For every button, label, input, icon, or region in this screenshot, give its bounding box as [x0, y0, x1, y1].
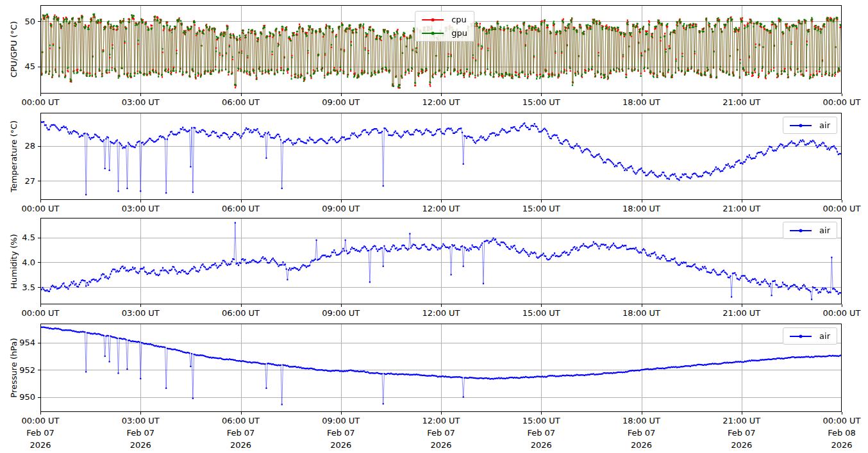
x-tick-time: 03:00 UT — [108, 307, 172, 319]
x-tick-year: 2026 — [509, 439, 573, 451]
x-tick-date: Feb 07 — [610, 427, 674, 439]
y-tick-label: 4.0 — [2, 258, 35, 267]
x-tick-year: 2026 — [810, 439, 868, 451]
y-tick-mark — [38, 21, 40, 22]
legend-label: gpu — [451, 28, 467, 38]
x-tick-time: 21:00 UT — [710, 202, 774, 215]
x-tick-label: 09:00 UT — [309, 307, 373, 319]
y-tick-label: 954 — [2, 338, 35, 347]
x-tick-time: 06:00 UT — [209, 202, 273, 215]
x-tick-time: 21:00 UT — [710, 96, 774, 108]
x-tick-date: Feb 08 — [810, 427, 868, 439]
legend-label: air — [819, 226, 830, 235]
x-tick-time: 21:00 UT — [710, 307, 774, 319]
x-tick-label: 21:00 UTFeb 072026 — [710, 415, 774, 451]
legend-pressure: air — [783, 327, 837, 345]
x-tick-time: 00:00 UT — [810, 307, 868, 319]
x-tick-label: 06:00 UT — [209, 307, 273, 319]
x-tick-label: 03:00 UT — [108, 202, 172, 215]
x-tick-time: 12:00 UT — [409, 415, 473, 427]
x-tick-time: 00:00 UT — [810, 96, 868, 108]
x-tick-year: 2026 — [309, 439, 373, 451]
x-tick-time: 18:00 UT — [610, 415, 674, 427]
x-tick-label: 21:00 UT — [710, 202, 774, 215]
y-tick-mark — [38, 238, 40, 238]
x-tick-time: 09:00 UT — [309, 96, 373, 108]
x-tick-label: 00:00 UTFeb 082026 — [810, 415, 868, 451]
x-tick-time: 18:00 UT — [610, 307, 674, 319]
x-tick-label: 09:00 UT — [309, 96, 373, 108]
x-tick-time: 00:00 UT — [8, 202, 72, 215]
x-tick-date: Feb 07 — [8, 427, 72, 439]
y-tick-label: 28 — [2, 142, 35, 150]
x-tick-label: 09:00 UTFeb 072026 — [309, 415, 373, 451]
x-tick-label: 15:00 UT — [509, 96, 573, 108]
legend-entry-air: air — [790, 226, 830, 235]
y-tick-label: 50 — [2, 17, 35, 26]
x-tick-time: 00:00 UT — [8, 307, 72, 319]
x-tick-time: 21:00 UT — [710, 415, 774, 427]
x-tick-date: Feb 07 — [710, 427, 774, 439]
y-tick-mark — [38, 397, 40, 398]
y-tick-label: 4.5 — [2, 233, 35, 242]
x-tick-label: 06:00 UTFeb 072026 — [209, 415, 273, 451]
y-tick-label: 45 — [2, 62, 35, 70]
x-tick-label: 15:00 UTFeb 072026 — [509, 415, 573, 451]
legend-line-icon — [790, 336, 812, 337]
y-tick-mark — [38, 370, 40, 370]
legend-label: air — [819, 331, 830, 341]
x-tick-year: 2026 — [710, 439, 774, 451]
x-tick-label: 12:00 UT — [409, 202, 473, 215]
legend-marker-dot-icon — [799, 124, 803, 127]
legend-entry-air: air — [790, 331, 830, 341]
x-tick-time: 09:00 UT — [309, 415, 373, 427]
y-tick-label: 3.5 — [2, 283, 35, 292]
x-tick-label: 00:00 UT — [810, 202, 868, 215]
x-tick-label: 00:00 UT — [8, 96, 72, 108]
subplot-cpu-gpu: CPU/GPU (°C) cpugpu 00:00 UT03:00 UT06:0… — [40, 5, 842, 94]
x-tick-year: 2026 — [8, 439, 72, 451]
legend-marker-dot-icon — [799, 334, 803, 338]
legend-humidity: air — [783, 222, 837, 239]
x-tick-time: 09:00 UT — [309, 307, 373, 319]
x-tick-time: 00:00 UT — [810, 415, 868, 427]
plot-canvas-humidity — [40, 218, 842, 304]
weather-figure: CPU/GPU (°C) cpugpu 00:00 UT03:00 UT06:0… — [0, 0, 868, 453]
x-tick-time: 06:00 UT — [209, 307, 273, 319]
x-tick-label: 21:00 UT — [710, 96, 774, 108]
legend-line-icon — [422, 33, 444, 34]
y-tick-label: 27 — [2, 177, 35, 185]
x-tick-year: 2026 — [610, 439, 674, 451]
y-tick-mark — [38, 343, 40, 343]
plot-canvas-temperature — [40, 113, 842, 200]
x-tick-label: 12:00 UT — [409, 307, 473, 319]
legend-marker-dot-icon — [431, 18, 435, 21]
x-tick-time: 15:00 UT — [509, 415, 573, 427]
x-tick-label: 03:00 UTFeb 072026 — [108, 415, 172, 451]
legend-entry-gpu: gpu — [422, 28, 467, 38]
y-tick-mark — [38, 67, 40, 67]
x-tick-date: Feb 07 — [209, 427, 273, 439]
x-tick-time: 15:00 UT — [509, 202, 573, 215]
x-tick-label: 03:00 UT — [108, 307, 172, 319]
legend-line-icon — [790, 125, 812, 126]
x-tick-time: 15:00 UT — [509, 307, 573, 319]
legend-line-icon — [422, 19, 444, 21]
x-tick-date: Feb 07 — [108, 427, 172, 439]
x-tick-year: 2026 — [409, 439, 473, 451]
legend-label: air — [819, 120, 830, 130]
x-tick-label: 15:00 UT — [509, 202, 573, 215]
x-tick-year: 2026 — [108, 439, 172, 451]
legend-marker-dot-icon — [431, 31, 435, 35]
y-tick-label: 952 — [2, 366, 35, 374]
x-tick-label: 00:00 UT — [810, 307, 868, 319]
subplot-humidity: Humidity (%) air 00:00 UT03:00 UT06:00 U… — [40, 218, 842, 304]
y-tick-mark — [38, 287, 40, 288]
legend-label: cpu — [451, 15, 467, 24]
x-tick-label: 21:00 UT — [710, 307, 774, 319]
x-tick-label: 00:00 UT — [8, 202, 72, 215]
y-tick-mark — [38, 181, 40, 181]
x-tick-time: 18:00 UT — [610, 202, 674, 215]
x-tick-year: 2026 — [209, 439, 273, 451]
legend-marker-dot-icon — [799, 229, 803, 232]
